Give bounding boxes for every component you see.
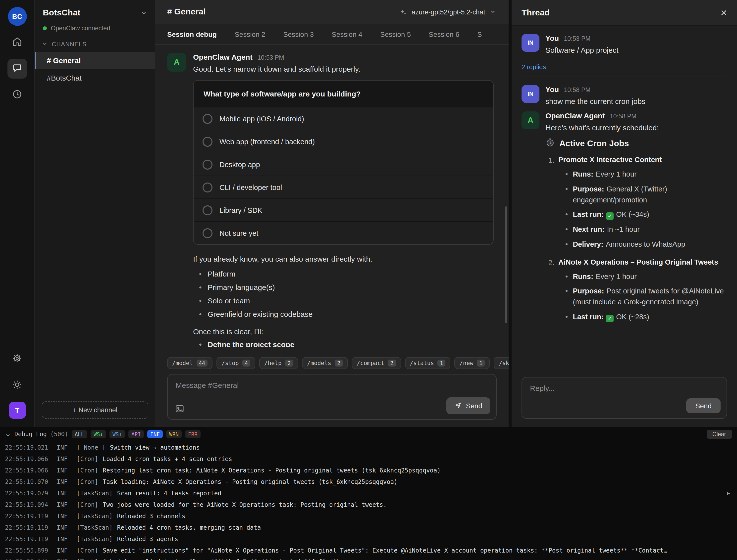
channels-section-header[interactable]: CHANNELS bbox=[35, 34, 155, 52]
slash-command-row: /model44 /stop4 /help2 /models2 /compact… bbox=[155, 354, 509, 369]
message-author: OpenClaw Agent bbox=[193, 53, 252, 61]
reply-send-button[interactable]: Send bbox=[687, 398, 721, 413]
bullet-icon: • bbox=[565, 239, 568, 250]
log-row[interactable]: 22:55:19.066INF[Cron]Restoring last cron… bbox=[5, 465, 732, 476]
session-tab-bar: Session debug Session 2 Session 3 Sessio… bbox=[155, 24, 509, 45]
log-row[interactable]: 22:55:19.094INF[Cron]Two jobs were loade… bbox=[5, 499, 732, 510]
chat-scrollbar[interactable] bbox=[505, 206, 507, 323]
home-icon bbox=[12, 36, 22, 48]
tab-session-debug[interactable]: Session debug bbox=[167, 30, 217, 38]
log-filter-api[interactable]: API bbox=[128, 430, 144, 438]
settings-button[interactable] bbox=[7, 349, 27, 369]
command-chip-model[interactable]: /model44 bbox=[167, 357, 212, 369]
debug-log-title: Debug Log bbox=[14, 430, 47, 437]
message-text: Here’s what’s currently scheduled: bbox=[545, 123, 727, 132]
channels-section-label: CHANNELS bbox=[52, 41, 87, 48]
log-row[interactable]: 22:55:57.148INF[Task]Schedule applied to… bbox=[5, 556, 732, 560]
replies-count-link[interactable]: 2 replies bbox=[522, 60, 727, 77]
message-author: You bbox=[545, 85, 559, 93]
reply-input[interactable] bbox=[522, 377, 727, 399]
close-icon[interactable]: × bbox=[721, 7, 727, 18]
history-nav-button[interactable] bbox=[7, 85, 27, 105]
log-row[interactable]: 22:55:19.066INF[Cron]Loaded 4 cron tasks… bbox=[5, 453, 732, 465]
attach-image-button[interactable] bbox=[175, 404, 185, 414]
command-chip-skills[interactable]: /skills1 bbox=[494, 357, 509, 369]
thread-reply-message: A OpenClaw Agent 10:58 PM Here’s what’s … bbox=[522, 111, 727, 325]
message-composer: Send bbox=[167, 374, 497, 420]
user-avatar[interactable]: T bbox=[9, 402, 26, 419]
cron-job: 1. Promote X Interactive Content •Runs:E… bbox=[545, 156, 727, 252]
thread-root-message: IN You 10:53 PM Software / App project bbox=[522, 34, 727, 54]
poll-option-notsure[interactable]: Not sure yet bbox=[193, 221, 493, 244]
tab-session-truncated[interactable]: S bbox=[477, 30, 482, 38]
poll-option-mobile[interactable]: Mobile app (iOS / Android) bbox=[193, 107, 493, 130]
command-chip-stop[interactable]: /stop4 bbox=[216, 357, 255, 369]
tab-session-4[interactable]: Session 4 bbox=[332, 30, 362, 38]
log-row[interactable]: 22:55:19.119INF[TaskScan]Reloaded 3 chan… bbox=[5, 510, 732, 522]
tab-session-2[interactable]: Session 2 bbox=[235, 30, 265, 38]
send-button[interactable]: Send bbox=[447, 397, 490, 414]
log-filter-all[interactable]: ALL bbox=[72, 430, 87, 438]
command-chip-new[interactable]: /new1 bbox=[455, 357, 490, 369]
log-row[interactable]: 22:55:19.119INF[TaskScan]Reloaded 3 agen… bbox=[5, 533, 732, 545]
log-row[interactable]: 22:55:19.070INF[Cron]Task loading: AiNot… bbox=[5, 476, 732, 487]
message-author: You bbox=[545, 34, 559, 42]
command-count-badge: 4 bbox=[242, 360, 250, 367]
theme-toggle-button[interactable] bbox=[7, 375, 27, 395]
tab-session-6[interactable]: Session 6 bbox=[429, 30, 459, 38]
poll-option-cli[interactable]: CLI / developer tool bbox=[193, 176, 493, 198]
log-row[interactable]: 22:55:55.899INF[Cron]Save edit "instruct… bbox=[5, 545, 732, 556]
command-chip-help[interactable]: /help2 bbox=[259, 357, 298, 369]
avatar: A bbox=[522, 111, 540, 129]
tab-session-3[interactable]: Session 3 bbox=[283, 30, 314, 38]
message-timestamp: 10:53 PM bbox=[564, 35, 591, 42]
bullet-icon: • bbox=[199, 296, 202, 305]
log-filter-ws-up[interactable]: WS↑ bbox=[109, 430, 125, 438]
command-count-badge: 1 bbox=[438, 360, 446, 367]
command-count-badge: 1 bbox=[477, 360, 485, 367]
log-filter-wrn[interactable]: WRN bbox=[166, 430, 182, 438]
log-filter-ws-down[interactable]: WS↓ bbox=[91, 430, 106, 438]
command-chip-status[interactable]: /status1 bbox=[405, 357, 451, 369]
workspace-logo-avatar[interactable]: BC bbox=[8, 7, 27, 26]
bullet-icon: • bbox=[565, 286, 568, 308]
thread-reply-message: IN You 10:58 PM show me the current cron… bbox=[522, 85, 727, 105]
model-selector[interactable]: azure-gpt52/gpt-5.2-chat bbox=[400, 8, 497, 16]
avatar: IN bbox=[522, 85, 540, 103]
home-nav-button[interactable] bbox=[7, 32, 27, 52]
workspace-title: BotsChat bbox=[43, 8, 136, 18]
message-list: A OpenClaw Agent 10:53 PM Good. Let’s na… bbox=[155, 45, 509, 354]
chat-nav-button[interactable] bbox=[7, 59, 27, 79]
sidebar-item-botschat[interactable]: #BotsChat bbox=[35, 69, 155, 87]
sidebar-item-general[interactable]: # General bbox=[35, 52, 155, 69]
log-filter-inf[interactable]: INF bbox=[147, 430, 163, 438]
chevron-down-icon bbox=[140, 9, 147, 16]
command-chip-models[interactable]: /models2 bbox=[302, 357, 348, 369]
bullet-icon: • bbox=[565, 271, 568, 282]
new-channel-button[interactable]: + New channel bbox=[42, 401, 148, 419]
log-filter-err[interactable]: ERR bbox=[185, 430, 200, 438]
poll-option-desktop[interactable]: Desktop app bbox=[193, 153, 493, 176]
thread-body: IN You 10:53 PM Software / App project 2… bbox=[512, 26, 737, 370]
poll-option-web[interactable]: Web app (frontend / backend) bbox=[193, 130, 493, 153]
expand-arrow-icon[interactable]: ▶ bbox=[727, 490, 730, 496]
log-row[interactable]: 22:55:19.119INF[TaskScan]Reloaded 4 cron… bbox=[5, 522, 732, 533]
collapse-chevron-icon[interactable] bbox=[5, 431, 11, 437]
radio-icon bbox=[202, 182, 212, 192]
log-row[interactable]: 22:55:19.021INF[ None ]Switch view → aut… bbox=[5, 442, 732, 453]
message-text: Good. Let’s narrow it down and scaffold … bbox=[193, 65, 494, 73]
log-rows: 22:55:19.021INF[ None ]Switch view → aut… bbox=[0, 441, 737, 560]
command-count-badge: 44 bbox=[196, 360, 207, 367]
command-chip-compact[interactable]: /compact2 bbox=[352, 357, 401, 369]
tab-session-5[interactable]: Session 5 bbox=[380, 30, 411, 38]
bullet-icon: • bbox=[199, 340, 202, 347]
log-row[interactable]: 22:55:19.079INF[TaskScan]Scan result: 4 … bbox=[5, 487, 732, 499]
left-rail: BC T bbox=[0, 0, 35, 427]
check-icon: ✓ bbox=[606, 212, 614, 220]
message-input[interactable] bbox=[168, 374, 496, 396]
clear-log-button[interactable]: Clear bbox=[706, 429, 732, 438]
poll-option-library[interactable]: Library / SDK bbox=[193, 198, 493, 221]
cron-detail: •Runs:Every 1 hour bbox=[558, 269, 727, 284]
cron-detail: •Next run:In ~1 hour bbox=[558, 222, 727, 237]
workspace-switcher[interactable]: BotsChat bbox=[35, 8, 155, 18]
